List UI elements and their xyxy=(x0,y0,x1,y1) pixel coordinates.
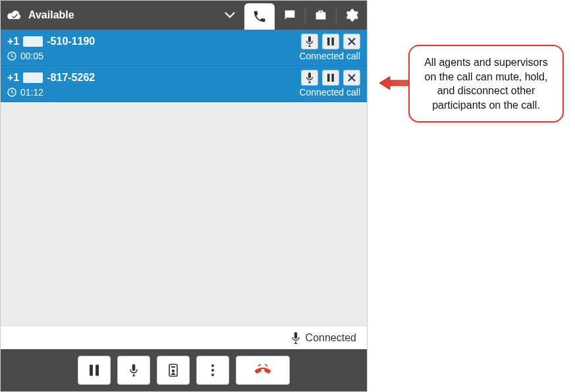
phone-suffix: -817-5262 xyxy=(47,72,95,84)
callout-arrow-icon xyxy=(379,75,412,91)
clock-icon xyxy=(7,51,16,61)
mute-participant-button[interactable] xyxy=(301,70,318,86)
agent-status-area[interactable]: Available xyxy=(1,9,215,22)
svg-rect-7 xyxy=(96,365,99,376)
redacted-segment xyxy=(23,72,43,83)
svg-rect-6 xyxy=(90,365,93,376)
svg-point-12 xyxy=(211,369,214,372)
mute-participant-button[interactable] xyxy=(301,34,318,49)
microphone-icon xyxy=(306,72,314,83)
connection-status-strip: Connected xyxy=(1,325,367,349)
body-area xyxy=(1,102,367,325)
end-call-button[interactable] xyxy=(236,356,290,385)
phone-suffix: -510-1190 xyxy=(47,36,95,47)
hangup-icon xyxy=(253,364,273,377)
annotation-callout: All agents and supervisors on the call c… xyxy=(408,45,564,123)
microphone-icon xyxy=(306,36,314,47)
svg-rect-9 xyxy=(171,366,175,368)
svg-point-10 xyxy=(172,370,175,372)
connection-status-label: Connected xyxy=(306,332,356,344)
more-button[interactable] xyxy=(196,356,229,385)
mute-button[interactable] xyxy=(117,356,150,385)
participant-controls xyxy=(301,34,360,49)
svg-rect-3 xyxy=(327,74,330,82)
microphone-icon xyxy=(129,364,138,377)
callout-text: All agents and supervisors on the call c… xyxy=(424,57,548,111)
contact-control-panel: Available xyxy=(0,0,368,392)
header-bar: Available xyxy=(1,1,367,30)
phone-number: +1 -817-5262 xyxy=(7,72,95,84)
pause-icon xyxy=(327,38,334,45)
tab-phone[interactable] xyxy=(244,3,275,30)
tab-chat[interactable] xyxy=(275,1,305,30)
hold-button[interactable] xyxy=(78,356,111,385)
status-chevron-down-icon[interactable] xyxy=(215,12,244,18)
disconnect-participant-button[interactable] xyxy=(343,34,360,49)
tab-bar xyxy=(244,1,367,30)
chat-icon xyxy=(283,8,297,22)
hold-participant-button[interactable] xyxy=(322,34,339,49)
redacted-segment xyxy=(23,36,43,47)
cloud-icon xyxy=(6,9,23,22)
briefcase-icon xyxy=(314,8,328,22)
dialpad-button[interactable] xyxy=(157,356,190,385)
microphone-icon xyxy=(291,332,300,344)
close-icon xyxy=(348,74,356,82)
svg-marker-14 xyxy=(379,76,412,90)
svg-point-11 xyxy=(211,364,214,367)
close-icon xyxy=(348,38,356,45)
clock-icon xyxy=(7,88,16,97)
tab-settings[interactable] xyxy=(337,1,367,30)
phone-icon xyxy=(252,9,267,24)
phone-number: +1 -510-1190 xyxy=(7,36,95,47)
agent-status-label: Available xyxy=(28,9,74,21)
svg-rect-0 xyxy=(327,38,330,45)
call-timer: 01:12 xyxy=(7,87,43,98)
call-status: Connected call xyxy=(299,87,360,98)
tab-tasks[interactable] xyxy=(306,1,336,30)
call-timer: 00:05 xyxy=(7,51,43,61)
call-row: +1 -817-5262 xyxy=(1,66,367,102)
call-row: +1 -510-1190 xyxy=(1,30,367,66)
pause-icon xyxy=(90,364,99,376)
bottom-toolbar xyxy=(1,349,367,391)
call-duration: 01:12 xyxy=(20,87,43,98)
participant-controls xyxy=(301,70,360,86)
pause-icon xyxy=(327,74,334,82)
svg-point-13 xyxy=(211,374,214,376)
disconnect-participant-button[interactable] xyxy=(343,70,360,86)
gear-icon xyxy=(344,8,359,22)
phone-prefix: +1 xyxy=(7,72,19,84)
contacts-icon xyxy=(167,364,179,377)
hold-participant-button[interactable] xyxy=(322,70,339,86)
svg-rect-4 xyxy=(332,74,335,82)
call-duration: 00:05 xyxy=(20,51,43,61)
more-vertical-icon xyxy=(211,364,215,377)
svg-rect-1 xyxy=(332,38,335,45)
phone-prefix: +1 xyxy=(7,36,19,47)
call-status: Connected call xyxy=(299,51,360,61)
